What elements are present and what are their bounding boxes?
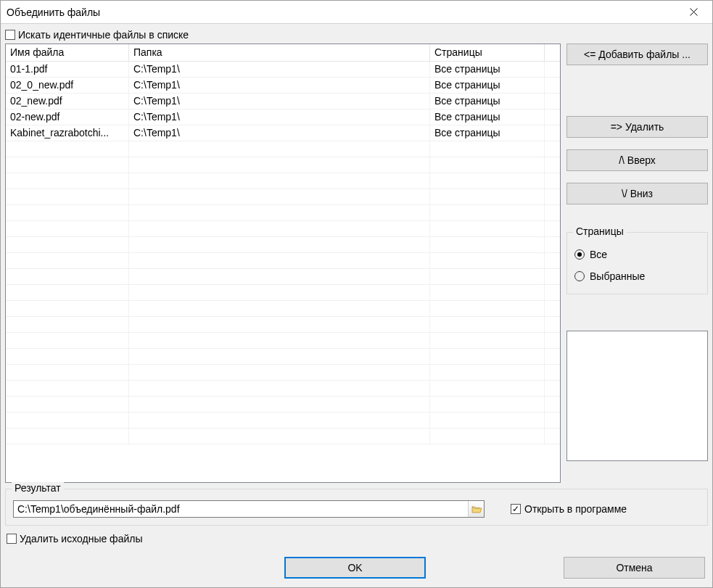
remove-button[interactable]: => Удалить [566, 116, 708, 138]
open-in-program-row: Открыть в программе [511, 503, 627, 515]
cell-filename [6, 285, 129, 300]
pages-selected-option[interactable]: Выбранные [574, 270, 700, 282]
cell-filename [6, 221, 129, 236]
cell-filename [6, 157, 129, 173]
cell-folder [129, 397, 430, 412]
table-row [6, 269, 560, 285]
pages-group: Страницы Все Выбранные [566, 232, 708, 294]
table-row [6, 413, 560, 428]
cell-pages: Все страницы [430, 109, 545, 125]
cell-folder [129, 205, 430, 220]
add-files-button[interactable]: <= Добавить файлы ... [566, 44, 708, 65]
header-folder[interactable]: Папка [129, 44, 430, 61]
table-row [6, 173, 560, 189]
table-row [6, 333, 560, 349]
close-icon [690, 8, 698, 16]
cell-pages [430, 413, 545, 428]
table-row [6, 317, 560, 333]
cell-pages [430, 317, 545, 332]
cell-filename [6, 317, 129, 332]
cell-folder: C:\Temp1\ [129, 125, 430, 141]
cell-filename [6, 413, 129, 428]
delete-source-label: Удалить исходные файлы [20, 533, 142, 544]
cell-filename [6, 381, 129, 396]
table-row [6, 428, 560, 444]
table-body: 01-1.pdfC:\Temp1\Все страницы02_0_new.pd… [6, 62, 560, 482]
cell-filename [6, 397, 129, 412]
open-in-program-checkbox[interactable] [511, 504, 521, 514]
table-row [6, 221, 560, 237]
preview-box [566, 331, 708, 461]
cell-filename [6, 141, 129, 157]
cell-pages [430, 349, 545, 364]
cell-pages [430, 285, 545, 300]
table-row[interactable]: 02_new.pdfC:\Temp1\Все страницы [6, 94, 560, 109]
cell-pages [430, 397, 545, 412]
cell-folder [129, 365, 430, 380]
cell-filename [6, 333, 129, 348]
radio-icon [574, 271, 585, 281]
table-row [6, 285, 560, 301]
main-area: Имя файла Папка Страницы 01-1.pdfC:\Temp… [5, 44, 708, 483]
table-row[interactable]: 02_0_new.pdfC:\Temp1\Все страницы [6, 78, 560, 94]
cell-folder [129, 349, 430, 364]
cell-filename [6, 365, 129, 380]
cell-filename: Kabinet_razrabotchi... [6, 125, 129, 141]
cell-folder [129, 221, 430, 236]
cell-filename: 02-new.pdf [6, 109, 129, 125]
file-table[interactable]: Имя файла Папка Страницы 01-1.pdfC:\Temp… [5, 44, 561, 483]
open-in-program-label: Открыть в программе [524, 503, 627, 515]
cell-folder [129, 285, 430, 300]
cell-pages: Все страницы [430, 94, 545, 109]
cell-pages [430, 253, 545, 268]
cell-pages [430, 173, 545, 189]
cell-filename [6, 253, 129, 268]
cell-pages [430, 157, 545, 173]
pages-all-option[interactable]: Все [574, 249, 700, 260]
pages-legend: Страницы [573, 225, 627, 237]
cell-pages [430, 428, 545, 444]
cell-filename: 02_new.pdf [6, 94, 129, 109]
footer: OK Отмена [5, 548, 708, 583]
table-row [6, 237, 560, 253]
cell-folder: C:\Temp1\ [129, 94, 430, 109]
table-row [6, 365, 560, 381]
delete-source-checkbox[interactable] [7, 534, 17, 544]
cancel-button[interactable]: Отмена [564, 557, 705, 579]
identical-files-checkbox[interactable] [5, 30, 15, 40]
result-group: Результат Открыть в программе [5, 489, 708, 526]
header-filename[interactable]: Имя файла [6, 44, 129, 61]
cell-pages [430, 189, 545, 204]
cell-filename [6, 428, 129, 444]
cell-pages: Все страницы [430, 125, 545, 141]
identical-files-row: Искать идентичные файлы в списке [5, 26, 708, 44]
result-path-input[interactable] [14, 501, 468, 517]
table-row [6, 381, 560, 397]
move-up-button[interactable]: /\ Вверх [566, 149, 708, 171]
cell-filename [6, 189, 129, 204]
table-row[interactable]: Kabinet_razrabotchi...C:\Temp1\Все стран… [6, 125, 560, 141]
table-row [6, 157, 560, 173]
table-row [6, 205, 560, 221]
cell-folder [129, 253, 430, 268]
close-button[interactable] [677, 1, 709, 23]
cell-pages [430, 205, 545, 220]
header-pages[interactable]: Страницы [430, 44, 545, 61]
cell-pages [430, 141, 545, 157]
cell-folder [129, 333, 430, 348]
cell-pages [430, 221, 545, 236]
identical-files-label: Искать идентичные файлы в списке [18, 29, 189, 41]
browse-button[interactable] [468, 501, 484, 517]
table-row[interactable]: 01-1.pdfC:\Temp1\Все страницы [6, 62, 560, 78]
cell-folder [129, 141, 430, 157]
ok-button[interactable]: OK [284, 557, 426, 579]
cell-folder [129, 157, 430, 173]
cell-filename [6, 349, 129, 364]
table-row[interactable]: 02-new.pdfC:\Temp1\Все страницы [6, 109, 560, 125]
cell-folder [129, 428, 430, 444]
table-row [6, 397, 560, 413]
move-down-button[interactable]: \/ Вниз [566, 183, 708, 204]
side-buttons: <= Добавить файлы ... => Удалить /\ Ввер… [566, 44, 708, 483]
result-legend: Результат [12, 482, 64, 494]
radio-icon [574, 249, 585, 260]
